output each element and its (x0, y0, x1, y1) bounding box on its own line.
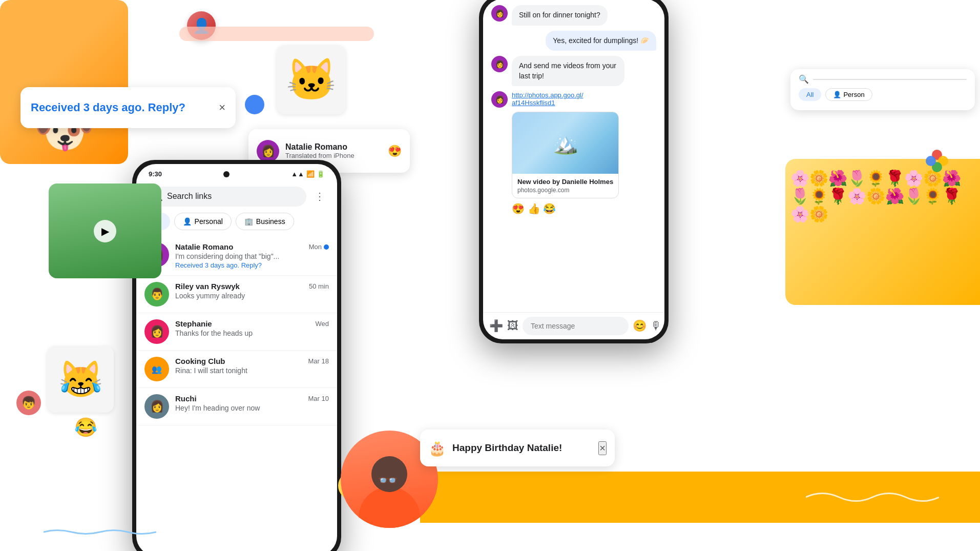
search-bar[interactable]: 🔍 Search links (144, 187, 306, 207)
orange-strip-decoration (420, 472, 980, 523)
convo-body-natalie: Natalie Romano Mon I'm considering doing… (175, 242, 329, 269)
menu-dots-button[interactable]: ⋮ (310, 186, 329, 207)
sui-tab-person[interactable]: 👤 Person (825, 88, 872, 101)
convo-time-natalie: Mon (309, 243, 329, 251)
filter-tab-business[interactable]: 🏢 Business (236, 213, 294, 230)
svg-point-4 (926, 156, 936, 166)
chat-avatar-3: 👩 (491, 56, 508, 72)
birthday-text: Happy Birthday Natalie! (452, 442, 592, 454)
birthday-notification: 🎂 Happy Birthday Natalie! × (420, 430, 615, 466)
search-text: Search links (167, 192, 212, 201)
link-card-title: New video by Danielle Holmes (517, 178, 613, 186)
dog-illustration: 🐶 (0, 0, 128, 164)
sui-tab-person-label: Person (843, 91, 864, 98)
emoji-icon[interactable]: 😊 (633, 319, 647, 333)
convo-avatar-ruchi: 👩 (144, 394, 169, 419)
convo-cooking-club[interactable]: 👥 Cooking Club Mar 18 Rina: I will start… (136, 351, 337, 388)
received-close-button[interactable]: × (219, 101, 225, 114)
received-text: Received 3 days ago. Reply? (31, 101, 185, 114)
svg-rect-0 (179, 27, 374, 41)
convo-msg-cooking: Rina: I will start tonight (175, 366, 329, 375)
convo-avatar-cooking: 👥 (144, 357, 169, 381)
link-message: http://photos.app.goo.gl/af14Hsskflisd1 … (512, 91, 619, 215)
natalie-name: Natalie Romano (285, 142, 382, 152)
convo-stephanie[interactable]: 👩 Stephanie Wed Thanks for the heads up (136, 313, 337, 351)
chat-text-input[interactable] (523, 317, 629, 335)
image-icon[interactable]: 🖼 (507, 319, 518, 333)
convo-reply-natalie[interactable]: Received 3 days ago. Reply? (175, 261, 329, 269)
received-reply-card: Received 3 days ago. Reply? × (20, 87, 236, 128)
phone-messages: 9:30 ▲▲ 📶 🔋 🔍 Search links ⋮ All 👤 Per (132, 160, 341, 551)
search-line (813, 79, 967, 80)
convo-natalie[interactable]: 👩 Natalie Romano Mon I'm considering doi… (136, 236, 337, 276)
link-card-image: 🏔️ (512, 112, 618, 174)
blue-wavy-decoration (44, 527, 156, 537)
status-icons: ▲▲ 📶 🔋 (291, 170, 325, 178)
chat-avatar-4: 👩 (491, 91, 508, 108)
wavy-pink-decoration (179, 21, 374, 46)
bubble-sent-1: Yes, excited for dumplings! 🥟 (546, 31, 656, 51)
chat-bubble-area: 👩 Still on for dinner tonight? Yes, exci… (483, 0, 664, 312)
chat-msg-4: 👩 http://photos.app.goo.gl/af14Hsskflisd… (491, 91, 656, 215)
chat-input-bar: ➕ 🖼 😊 🎙 (483, 312, 664, 339)
video-thumbnail[interactable]: ▶ (49, 183, 161, 278)
search-ui-icon: 🔍 (799, 74, 809, 84)
camera-notch (223, 171, 230, 177)
chat-msg-2: Yes, excited for dumplings! 🥟 (491, 31, 656, 51)
convo-top-natalie: Natalie Romano Mon (175, 242, 329, 251)
mic-icon[interactable]: 🎙 (651, 319, 662, 333)
phone2-screen: 👩 Still on for dinner tonight? Yes, exci… (483, 0, 664, 339)
convo-name-natalie: Natalie Romano (175, 242, 233, 251)
sui-tab-all[interactable]: All (799, 88, 821, 101)
convo-body-stephanie: Stephanie Wed Thanks for the heads up (175, 319, 329, 337)
add-icon[interactable]: ➕ (489, 319, 503, 333)
google-photos-icon[interactable] (924, 148, 950, 180)
convo-avatar-riley: 👨 (144, 282, 169, 307)
convo-ruchi[interactable]: 👩 Ruchi Mar 10 Hey! I'm heading over now (136, 388, 337, 425)
filter-tab-personal[interactable]: 👤 Personal (174, 213, 232, 230)
convo-body-ruchi: Ruchi Mar 10 Hey! I'm heading over now (175, 394, 329, 412)
convo-top-stephanie: Stephanie Wed (175, 319, 329, 328)
convo-time-riley: 50 min (309, 282, 329, 290)
link-card-body: New video by Danielle Holmes photos.goog… (512, 174, 618, 198)
flowers-content: 🌸🌼🌺🌷🌻🌹🌸🌼🌺🌷🌻🌹🌸🌼🌺🌷🌻🌹🌸🌼 (785, 164, 980, 228)
small-boy-avatar: 👦 (16, 391, 41, 415)
bubble-received-1: Still on for dinner tonight? (512, 5, 608, 26)
natalie-avatar: 👩 (257, 140, 279, 162)
conversation-list: 👩 Natalie Romano Mon I'm considering doi… (136, 236, 337, 551)
convo-top-ruchi: Ruchi Mar 10 (175, 394, 329, 403)
birthday-close-button[interactable]: × (598, 441, 607, 455)
business-icon: 🏢 (244, 217, 253, 226)
flowers-illustration: 🌸🌼🌺🌷🌻🌹🌸🌼🌺🌷🌻🌹🌸🌼🌺🌷🌻🌹🌸🌼 (785, 159, 980, 305)
play-button[interactable]: ▶ (94, 220, 116, 242)
convo-name-cooking: Cooking Club (175, 357, 225, 365)
convo-msg-riley: Looks yummy already (175, 292, 329, 300)
convo-msg-natalie: I'm considering doing that "big"... (175, 252, 329, 260)
battery-icon: 🔋 (317, 170, 325, 178)
link-preview-card[interactable]: 🏔️ New video by Danielle Holmes photos.g… (512, 112, 619, 198)
convo-top-cooking: Cooking Club Mar 18 (175, 357, 329, 365)
time: 9:30 (149, 170, 162, 178)
convo-time-cooking: Mar 18 (308, 357, 329, 365)
tab-personal-label: Personal (195, 217, 223, 226)
convo-time-ruchi: Mar 10 (308, 395, 329, 402)
link-url[interactable]: http://photos.app.goo.gl/af14Hsskflisd1 (512, 91, 619, 107)
natalie-info: Natalie Romano Translated from iPhone (285, 142, 382, 159)
wavy-white-line (806, 487, 939, 507)
cat-small-sticker: 😹 (47, 346, 114, 413)
emoji-reactions: 😍 👍 😂 (512, 202, 619, 215)
convo-riley[interactable]: 👨 Riley van Ryswyk 50 min Looks yummy al… (136, 276, 337, 313)
chat-msg-3: 👩 And send me videos from your last trip… (491, 56, 656, 86)
sui-tab-all-label: All (806, 91, 814, 98)
video-thumb-bg: ▶ (49, 183, 161, 278)
floating-person-avatar: 👤 (187, 11, 216, 40)
search-ui-tabs: All 👤 Person (799, 88, 967, 101)
personal-icon: 👤 (183, 217, 192, 226)
search-ui-top: 🔍 (799, 74, 967, 84)
heart-emoji: 😍 (388, 145, 402, 158)
convo-top-riley: Riley van Ryswyk 50 min (175, 282, 329, 291)
tab-business-label: Business (256, 217, 285, 226)
chat-msg-1: 👩 Still on for dinner tonight? (491, 5, 656, 26)
phone-screen: 9:30 ▲▲ 📶 🔋 🔍 Search links ⋮ All 👤 Per (136, 164, 337, 551)
laugh-emoji: 😂 (74, 417, 97, 438)
